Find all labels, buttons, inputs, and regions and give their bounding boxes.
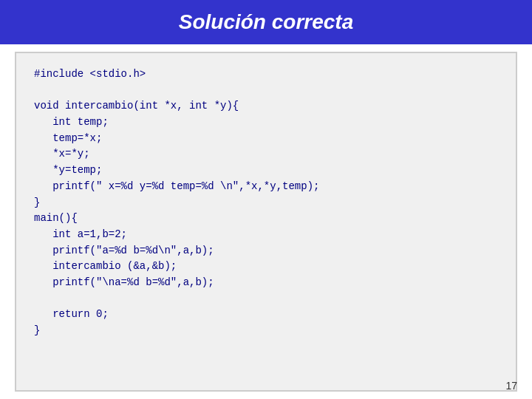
code-block: #include <stdio.h> void intercambio(int … xyxy=(34,66,498,339)
slide-header: Solución correcta xyxy=(0,0,532,44)
slide-container: Solución correcta #include <stdio.h> voi… xyxy=(0,0,532,399)
slide-content: #include <stdio.h> void intercambio(int … xyxy=(15,52,517,392)
page-number: 17 xyxy=(505,380,517,392)
slide-title: Solución correcta xyxy=(179,10,354,33)
